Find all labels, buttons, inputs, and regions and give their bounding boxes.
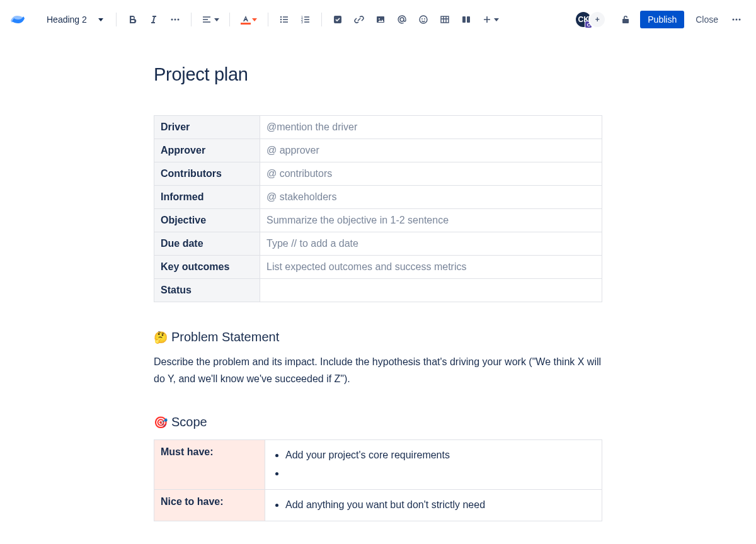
numbered-list-button[interactable]: 123 [296, 10, 315, 29]
meta-label[interactable]: Status [154, 279, 260, 302]
italic-button[interactable] [144, 10, 163, 29]
scope-label[interactable]: Nice to have: [154, 489, 265, 521]
chevron-down-icon [494, 18, 499, 21]
toolbar-separator [191, 13, 192, 26]
target-emoji: 🎯 [154, 416, 168, 429]
svg-point-5 [280, 19, 282, 20]
svg-point-15 [424, 18, 425, 20]
meta-label[interactable]: Informed [154, 186, 260, 209]
svg-point-21 [739, 19, 741, 21]
svg-point-20 [736, 19, 738, 21]
svg-rect-3 [241, 23, 251, 25]
scope-value[interactable]: Add your project's core requirements [265, 440, 602, 490]
toolbar-separator [321, 13, 322, 26]
meta-value[interactable]: Type // to add a date [260, 232, 602, 256]
table-row: Key outcomesList expected outcomes and s… [154, 256, 602, 279]
list-item[interactable]: Add anything you want but don't strictly… [285, 496, 595, 514]
problem-statement-body[interactable]: Describe the problem and its impact. Inc… [154, 353, 602, 387]
document-body[interactable]: Project plan Driver@mention the driverAp… [154, 39, 602, 521]
table-row: Contributors@ contributors [154, 162, 602, 186]
table-row: Driver@mention the driver [154, 116, 602, 139]
meta-value[interactable]: Summarize the objective in 1-2 sentence [260, 209, 602, 232]
scope-heading[interactable]: 🎯 Scope [154, 415, 602, 429]
scope-label[interactable]: Must have: [154, 440, 265, 490]
bullet-list-button[interactable] [275, 10, 294, 29]
table-row: Due dateType // to add a date [154, 232, 602, 256]
link-button[interactable] [350, 10, 369, 29]
emoji-button[interactable] [414, 10, 433, 29]
svg-point-12 [379, 18, 380, 20]
collaborator-avatars: CK C + [575, 11, 606, 28]
chevron-down-icon [98, 18, 103, 21]
meta-value[interactable]: @ stakeholders [260, 186, 602, 209]
meta-value[interactable]: List expected outcomes and success metri… [260, 256, 602, 279]
meta-value[interactable]: @ contributors [260, 162, 602, 186]
svg-point-14 [421, 18, 423, 20]
svg-rect-17 [462, 16, 466, 23]
meta-value[interactable]: @mention the driver [260, 116, 602, 139]
text-color-dropdown[interactable] [236, 10, 261, 29]
toolbar-separator [229, 13, 230, 26]
alignment-dropdown[interactable] [198, 10, 223, 29]
table-row: Must have:Add your project's core requir… [154, 440, 602, 490]
list-item[interactable] [285, 465, 595, 483]
table-row: Nice to have:Add anything you want but d… [154, 489, 602, 521]
svg-point-4 [280, 16, 282, 18]
thinking-emoji: 🤔 [154, 331, 168, 344]
svg-text:3: 3 [301, 20, 303, 24]
svg-point-6 [280, 21, 282, 23]
svg-point-1 [174, 19, 176, 21]
heading-text: Scope [171, 415, 207, 429]
text-style-label: Heading 2 [47, 14, 87, 25]
close-button[interactable]: Close [689, 11, 724, 28]
chevron-down-icon [214, 18, 219, 21]
mention-button[interactable] [392, 10, 411, 29]
table-row: Approver@ approver [154, 139, 602, 162]
more-formatting-button[interactable] [166, 10, 185, 29]
svg-point-13 [420, 16, 427, 23]
chevron-down-icon [252, 18, 257, 21]
meta-label[interactable]: Key outcomes [154, 256, 260, 279]
meta-label[interactable]: Driver [154, 116, 260, 139]
table-row: Informed@ stakeholders [154, 186, 602, 209]
table-row: ObjectiveSummarize the objective in 1-2 … [154, 209, 602, 232]
scope-table[interactable]: Must have:Add your project's core requir… [154, 439, 602, 521]
svg-point-19 [733, 19, 735, 21]
editor-toolbar: Heading 2 123 [0, 0, 756, 39]
page-title[interactable]: Project plan [154, 64, 602, 85]
restrictions-button[interactable] [616, 10, 635, 29]
text-style-dropdown[interactable]: Heading 2 [40, 11, 110, 28]
meta-value[interactable]: @ approver [260, 139, 602, 162]
heading-text: Problem Statement [171, 330, 279, 344]
confluence-logo [10, 12, 25, 27]
bold-button[interactable] [123, 10, 142, 29]
action-item-button[interactable] [328, 10, 347, 29]
more-actions-button[interactable] [727, 10, 746, 29]
meta-label[interactable]: Due date [154, 232, 260, 256]
meta-label[interactable]: Contributors [154, 162, 260, 186]
problem-statement-heading[interactable]: 🤔 Problem Statement [154, 330, 602, 344]
plus-icon: + [595, 15, 600, 24]
svg-rect-16 [441, 16, 449, 23]
meta-label[interactable]: Approver [154, 139, 260, 162]
layouts-button[interactable] [457, 10, 476, 29]
meta-label[interactable]: Objective [154, 209, 260, 232]
scope-value[interactable]: Add anything you want but don't strictly… [265, 489, 602, 521]
svg-point-0 [171, 19, 173, 21]
image-button[interactable] [371, 10, 390, 29]
meta-value[interactable] [260, 279, 602, 302]
svg-point-2 [177, 19, 179, 21]
meta-table[interactable]: Driver@mention the driverApprover@ appro… [154, 115, 602, 302]
insert-dropdown[interactable] [478, 10, 503, 29]
invite-button[interactable]: + [588, 11, 606, 28]
table-button[interactable] [435, 10, 454, 29]
table-row: Status [154, 279, 602, 302]
toolbar-separator [116, 13, 117, 26]
svg-rect-18 [467, 16, 470, 23]
toolbar-separator [268, 13, 268, 26]
publish-button[interactable]: Publish [640, 11, 684, 28]
list-item[interactable]: Add your project's core requirements [285, 446, 595, 465]
